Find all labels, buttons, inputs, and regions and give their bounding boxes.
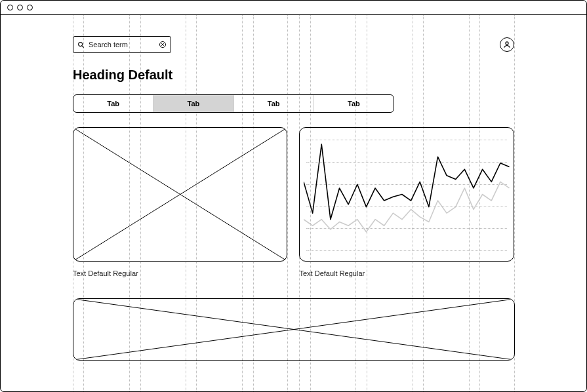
avatar[interactable] xyxy=(500,37,514,52)
chart-area xyxy=(304,132,510,257)
svg-point-5 xyxy=(506,42,508,45)
tab-1[interactable]: Tab xyxy=(153,95,233,112)
tab-label: Tab xyxy=(188,100,200,108)
cards-row xyxy=(73,127,514,262)
search-input[interactable]: Search term xyxy=(73,36,171,53)
tab-2[interactable]: Tab xyxy=(234,95,314,112)
window-control-close[interactable] xyxy=(7,5,13,10)
clear-icon[interactable] xyxy=(159,41,167,49)
window-frame: Search term Headin xyxy=(0,0,587,392)
tabs: Tab Tab Tab Tab xyxy=(73,94,394,113)
caption-left: Text Default Regular xyxy=(73,269,288,277)
wide-placeholder-card xyxy=(73,298,515,361)
tab-3[interactable]: Tab xyxy=(314,95,394,112)
window-titlebar xyxy=(1,1,586,15)
window-control-maximize[interactable] xyxy=(27,5,33,10)
svg-point-0 xyxy=(79,42,83,46)
tab-label: Tab xyxy=(107,100,119,108)
tab-label: Tab xyxy=(348,100,360,108)
image-placeholder-card xyxy=(73,127,287,262)
tab-0[interactable]: Tab xyxy=(73,95,153,112)
page-title: Heading Default xyxy=(73,68,514,83)
tab-label: Tab xyxy=(268,100,280,108)
captions-row: Text Default Regular Text Default Regula… xyxy=(73,269,514,277)
topbar: Search term xyxy=(73,36,514,53)
search-input-value: Search term xyxy=(89,41,155,49)
chart-card xyxy=(299,127,514,262)
content-area: Search term Headin xyxy=(1,15,586,391)
caption-right: Text Default Regular xyxy=(300,269,515,277)
search-icon xyxy=(77,41,85,49)
svg-line-1 xyxy=(82,45,84,47)
window-control-minimize[interactable] xyxy=(17,5,23,10)
